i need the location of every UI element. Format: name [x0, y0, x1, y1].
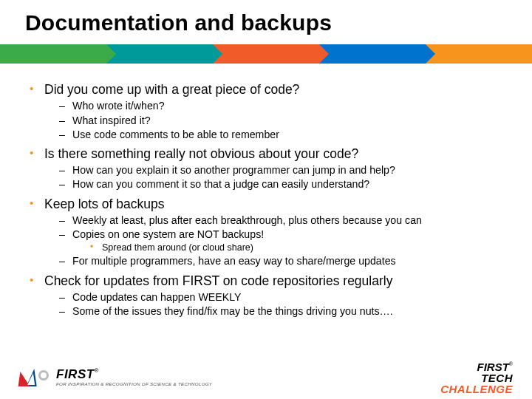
ftc-line2: TECH	[440, 372, 513, 383]
list-item: Check for updates from FIRST on code rep…	[28, 273, 511, 318]
stripe-segment	[213, 44, 319, 64]
slide: { "title": "Documentation and backups", …	[0, 0, 532, 399]
stripe-segment	[0, 44, 106, 64]
list-item: Who wrote it/when?	[59, 99, 511, 112]
sub-bullet-text: Copies on one system are NOT backups!	[72, 228, 264, 240]
list-item: Is there something really not obvious ab…	[28, 146, 511, 191]
first-logo-icon	[19, 367, 50, 388]
bullet-text: Check for updates from FIRST on code rep…	[44, 273, 392, 288]
registered-mark: ®	[95, 367, 99, 374]
sublist: Who wrote it/when? What inspired it? Use…	[44, 99, 511, 141]
first-tagline: FOR INSPIRATION & RECOGNITION OF SCIENCE…	[56, 382, 212, 386]
ftc-line1: FIRST®	[440, 361, 513, 372]
first-logo: FIRST® FOR INSPIRATION & RECOGNITION OF …	[19, 367, 212, 388]
bullet-text: Keep lots of backups	[44, 197, 164, 211]
bullet-text: Is there something really not obvious ab…	[44, 146, 358, 161]
list-item: What inspired it?	[59, 114, 511, 127]
first-word-text: FIRST	[56, 367, 95, 381]
list-item: For multiple programmers, have an easy w…	[59, 254, 511, 267]
list-item: Weekly at least, plus after each breakth…	[59, 214, 511, 227]
list-item: Did you come up with a great piece of co…	[28, 81, 511, 141]
footer: FIRST® FOR INSPIRATION & RECOGNITION OF …	[0, 364, 532, 392]
first-logo-text: FIRST® FOR INSPIRATION & RECOGNITION OF …	[56, 368, 212, 386]
list-item: How can you explain it so another progra…	[59, 163, 511, 177]
ftc-logo: FIRST® TECH CHALLENGE	[440, 361, 513, 395]
stripe-segment	[319, 44, 426, 64]
bullet-text: Did you come up with a great piece of co…	[44, 82, 299, 97]
first-wordmark: FIRST®	[56, 368, 212, 381]
slide-title: Documentation and backups	[0, 0, 532, 44]
list-item: How can you comment it so that a judge c…	[59, 177, 511, 191]
sublist: Code updates can happen WEEKLY Some of t…	[44, 290, 511, 318]
list-item: Use code comments to be able to remember	[59, 128, 511, 141]
sublist: How can you explain it so another progra…	[44, 163, 511, 191]
stripe-segment	[426, 44, 532, 64]
list-item: Code updates can happen WEEKLY	[59, 290, 511, 304]
bullet-list: Did you come up with a great piece of co…	[28, 81, 511, 318]
content-area: Did you come up with a great piece of co…	[0, 64, 532, 318]
ftc-first-text: FIRST	[477, 361, 508, 373]
list-item: Spread them around (or cloud share)	[90, 242, 511, 253]
registered-mark: ®	[509, 361, 513, 366]
sub-sublist: Spread them around (or cloud share)	[72, 242, 511, 253]
sublist: Weekly at least, plus after each breakth…	[44, 214, 511, 268]
decorative-stripe	[0, 44, 532, 64]
stripe-segment	[106, 44, 213, 64]
list-item: Keep lots of backups Weekly at least, pl…	[28, 196, 511, 268]
list-item: Copies on one system are NOT backups! Sp…	[59, 228, 511, 253]
ftc-line3: CHALLENGE	[440, 383, 513, 395]
list-item: Some of the issues they find/fix may be …	[59, 304, 511, 318]
